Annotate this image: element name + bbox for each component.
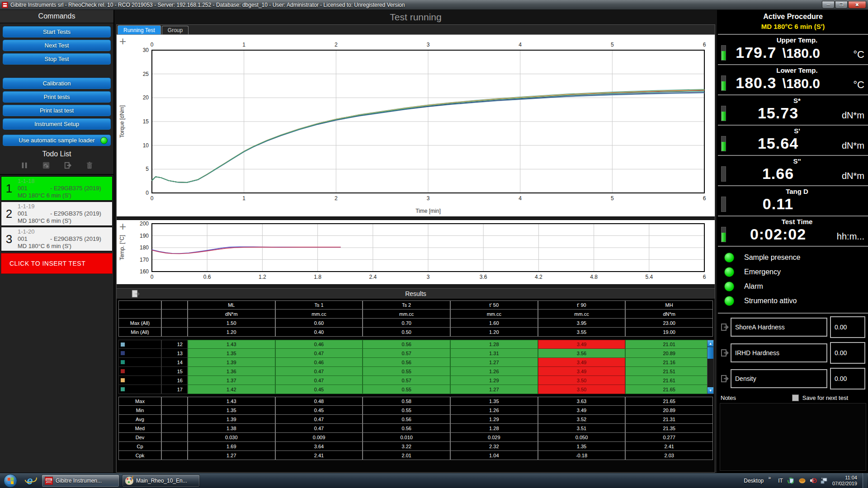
exit-icon[interactable] — [63, 160, 73, 170]
table-cell: 3.49 — [538, 406, 626, 415]
svg-text:2.4: 2.4 — [369, 274, 377, 280]
table-row[interactable]: 121.430.460.561.283.4921.01 — [118, 340, 713, 349]
table-row: MLTs 1Ts 2t' 50t' 90MH — [118, 300, 713, 310]
pause-icon[interactable] — [19, 160, 29, 170]
table-row[interactable]: 161.370.470.571.293.5021.61 — [118, 376, 713, 385]
scroll-thumb[interactable] — [708, 347, 713, 359]
zoom-plus-icon[interactable]: + — [119, 37, 126, 46]
torque-chart: + 00112233445566051015202530Torque [dNm]… — [117, 35, 715, 216]
calibration-button[interactable]: Calibration — [3, 78, 111, 89]
measure-unit: °C — [826, 49, 864, 61]
io-field-label[interactable]: ShoreA Hardness — [731, 318, 827, 337]
table-row[interactable]: 131.350.470.571.313.5620.89 — [118, 349, 713, 358]
export-results-icon[interactable] — [131, 289, 140, 300]
exit-icon[interactable] — [719, 323, 731, 332]
instrument-setup-button[interactable]: Instrument Setup — [3, 118, 111, 130]
table-cell: 23.00 — [625, 319, 713, 328]
row-label-cell — [161, 319, 188, 328]
tab-running-test[interactable]: Running Test — [118, 25, 161, 34]
language-indicator[interactable]: IT — [778, 478, 783, 484]
todo-item-procedure: MD 180°C 6 min (S') — [18, 243, 110, 250]
todo-item[interactable]: 31-1-20001- E29GB375 (2019)MD 180°C 6 mi… — [1, 227, 113, 251]
level-bar — [721, 45, 726, 61]
svg-text:3: 3 — [427, 42, 430, 48]
restore-button[interactable]: ❐ — [835, 1, 848, 9]
io-field-value[interactable]: 0.00 — [830, 342, 865, 364]
insert-test-button[interactable]: CLICK TO INSERT TEST — [1, 253, 113, 274]
row-label-cell: 13 — [161, 349, 188, 358]
forward-icon[interactable] — [41, 160, 51, 170]
print-tests-button[interactable]: Print tests — [3, 91, 111, 103]
series-color-swatch — [120, 387, 125, 392]
table-cell: 1.31 — [450, 349, 538, 358]
table-row: Dev0.0300.0090.0100.0290.0500.277 — [118, 433, 713, 442]
use-automatic-sample-loader-button[interactable]: Use automatic sample loader — [3, 135, 111, 146]
network-icon[interactable] — [820, 477, 828, 484]
stat-rows-block: Max1.430.480.581.353.6321.65Min1.350.450… — [118, 397, 713, 460]
print-last-test-button[interactable]: Print last test — [3, 105, 111, 116]
measure-value: 1.66 — [730, 165, 826, 183]
scroll-up-arrow[interactable]: ▲ — [708, 340, 713, 347]
svg-text:4: 4 — [519, 42, 522, 48]
table-row[interactable]: 171.420.450.551.273.5021.65 — [118, 385, 713, 394]
level-bar — [721, 75, 726, 91]
table-cell: 0.47 — [275, 349, 363, 358]
minimize-button[interactable]: ─ — [822, 1, 835, 9]
io-field-value[interactable]: 0.00 — [830, 316, 865, 338]
table-cell: 1.20 — [188, 328, 275, 337]
row-label-cell — [161, 424, 188, 433]
table-cell: 1.42 — [188, 385, 275, 394]
io-field-label[interactable]: Density — [731, 369, 827, 388]
row-label-cell: Cp — [118, 442, 161, 451]
start-tests-button[interactable]: Start Tests — [3, 26, 111, 38]
exit-icon[interactable] — [719, 348, 731, 357]
taskbar-clock[interactable]: 11:04 07/02/2019 — [832, 475, 857, 487]
exit-icon[interactable] — [719, 374, 731, 383]
measure-label: Upper Temp. — [730, 36, 864, 44]
table-scrollbar[interactable]: ▲▼ — [707, 340, 714, 394]
table-cell: 0.45 — [275, 406, 363, 415]
table-cell: 3.55 — [538, 328, 626, 337]
io-field-label[interactable]: IRHD Hardness — [731, 343, 827, 362]
table-cell: 2.03 — [625, 451, 713, 460]
table-cell: 0.40 — [275, 328, 363, 337]
table-row[interactable]: 141.390.460.561.273.4921.16 — [118, 358, 713, 367]
row-label-cell: Med — [118, 424, 161, 433]
todo-item[interactable]: 11-1-18001- E29GB375 (2019)MD 180°C 6 mi… — [1, 176, 113, 201]
internet-explorer-button[interactable]: e — [21, 474, 39, 488]
zoom-plus-icon[interactable]: + — [119, 222, 126, 231]
row-label-cell — [161, 310, 188, 319]
desktop-toolbar[interactable]: Desktop » — [744, 478, 771, 484]
next-test-button[interactable]: Next Test — [3, 40, 111, 51]
row-label-cell — [161, 415, 188, 424]
stop-test-button[interactable]: Stop Test — [3, 53, 111, 65]
trash-icon[interactable] — [85, 160, 94, 170]
table-cell: mm.cc — [363, 310, 450, 319]
svg-text:3.6: 3.6 — [480, 274, 487, 280]
svg-text:4: 4 — [519, 195, 522, 202]
table-cell: 0.010 — [363, 433, 450, 442]
taskbar-task[interactable]: Main_Rheo_10_En... — [122, 474, 200, 487]
table-cell: 1.69 — [188, 442, 275, 451]
table-cell: 21.51 — [625, 367, 713, 376]
table-cell: 3.22 — [363, 442, 450, 451]
save-for-next-test-checkbox[interactable] — [792, 394, 799, 401]
tab-group[interactable]: Group — [162, 26, 189, 34]
table-row[interactable]: 151.360.470.551.263.4921.51 — [118, 367, 713, 376]
measure-label: S' — [730, 127, 864, 135]
scroll-down-arrow[interactable]: ▼ — [708, 387, 713, 394]
windows-update-icon[interactable] — [788, 477, 795, 484]
volume-muted-icon[interactable] — [809, 477, 817, 484]
io-field-value[interactable]: 0.00 — [830, 368, 865, 389]
color-profile-icon[interactable] — [798, 477, 806, 484]
chevron-icon[interactable]: » — [768, 475, 771, 480]
todo-item-procedure: MD 180°C 6 min (S') — [18, 217, 110, 225]
notes-input[interactable] — [720, 403, 866, 471]
series-color-swatch — [120, 360, 125, 365]
close-button[interactable]: ✖ — [848, 1, 866, 9]
titlebar: Gibitre Instruments srl - RheoCheck rel.… — [0, 0, 868, 10]
start-button[interactable] — [4, 474, 17, 488]
show-desktop-button[interactable] — [863, 473, 867, 488]
taskbar-task[interactable]: RHEOgibitreGibitre Instrumen... — [42, 474, 119, 487]
todo-item[interactable]: 21-1-19001- E29GB375 (2019)MD 180°C 6 mi… — [1, 202, 113, 226]
